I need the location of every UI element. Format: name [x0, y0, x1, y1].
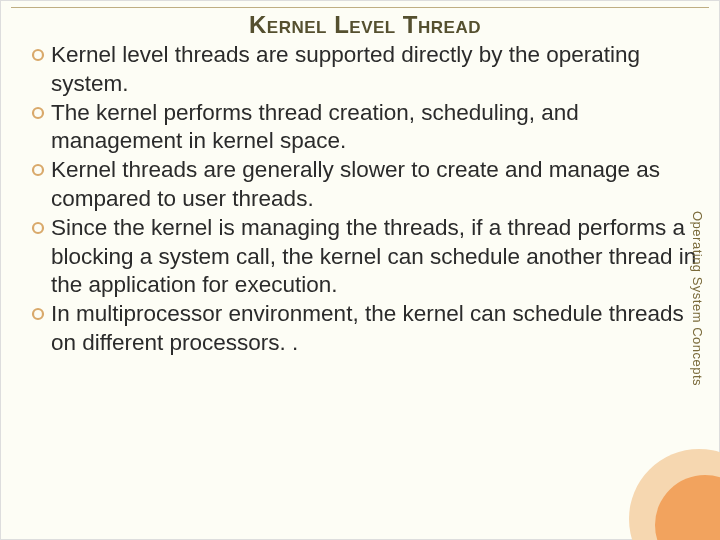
list-item-text: The kernel performs thread creation, sch…	[51, 99, 699, 157]
list-item: The kernel performs thread creation, sch…	[31, 99, 699, 157]
list-item-text: Kernel threads are generally slower to c…	[51, 156, 699, 214]
list-item-text: Kernel level threads are supported direc…	[51, 41, 699, 99]
content-area: Kernel level threads are supported direc…	[31, 41, 699, 358]
slide-title: Kernel Level Thread	[31, 11, 699, 39]
svg-point-3	[33, 223, 43, 233]
bullet-icon	[31, 307, 47, 323]
top-rule	[11, 7, 709, 8]
svg-point-0	[33, 50, 43, 60]
svg-point-2	[33, 165, 43, 175]
list-item: Kernel threads are generally slower to c…	[31, 156, 699, 214]
list-item: Kernel level threads are supported direc…	[31, 41, 699, 99]
list-item: In multiprocessor environment, the kerne…	[31, 300, 699, 358]
bullet-icon	[31, 221, 47, 237]
bullet-icon	[31, 48, 47, 64]
list-item: Since the kernel is managing the threads…	[31, 214, 699, 300]
svg-point-4	[33, 309, 43, 319]
list-item-text: In multiprocessor environment, the kerne…	[51, 300, 699, 358]
svg-point-1	[33, 108, 43, 118]
side-label: Operating System Concepts	[690, 211, 705, 386]
slide: Kernel Level Thread Kernel level threads…	[0, 0, 720, 540]
bullet-icon	[31, 106, 47, 122]
list-item-text: Since the kernel is managing the threads…	[51, 214, 699, 300]
bullet-icon	[31, 163, 47, 179]
